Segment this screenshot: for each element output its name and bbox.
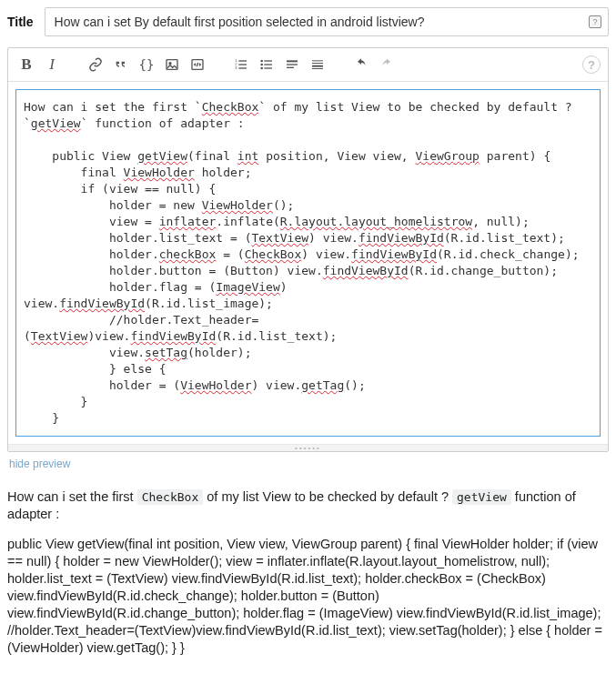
title-help-icon[interactable]: ? [589, 15, 601, 28]
link-button[interactable] [85, 54, 106, 75]
svg-point-11 [260, 67, 263, 70]
snippet-button[interactable] [187, 54, 208, 75]
svg-rect-3 [238, 60, 247, 61]
inline-code: CheckBox [137, 489, 204, 505]
help-icon[interactable]: ? [582, 55, 601, 74]
svg-rect-13 [264, 64, 272, 65]
italic-button[interactable]: I [41, 54, 63, 75]
svg-rect-19 [312, 63, 323, 64]
inline-code: getView [452, 489, 511, 505]
svg-point-1 [169, 63, 171, 65]
svg-rect-12 [264, 60, 272, 61]
olist-button[interactable]: 123 [230, 54, 252, 75]
title-label: Title [7, 15, 34, 29]
undo-button[interactable] [350, 54, 372, 75]
svg-rect-4 [238, 64, 247, 65]
svg-rect-21 [312, 68, 323, 69]
svg-rect-17 [287, 67, 294, 68]
hide-preview-link[interactable]: hide preview [7, 452, 609, 474]
hr-button[interactable] [307, 54, 328, 75]
svg-point-10 [260, 64, 263, 66]
svg-rect-15 [287, 60, 298, 62]
editor-container: B I {} 123 [7, 47, 609, 452]
title-input[interactable] [45, 7, 609, 36]
quote-button[interactable] [110, 54, 132, 75]
svg-rect-20 [312, 65, 323, 67]
preview-paragraph: How can i set the first CheckBox of my l… [7, 488, 609, 523]
svg-rect-18 [312, 60, 323, 61]
bold-button[interactable]: B [15, 54, 37, 75]
code-button[interactable]: {} [136, 54, 157, 75]
image-button[interactable] [161, 54, 183, 75]
ulist-button[interactable] [256, 54, 278, 75]
resize-grip[interactable]: •••••• [8, 444, 608, 451]
svg-rect-16 [287, 64, 298, 65]
editor-textarea[interactable]: How can i set the first `CheckBox` of my… [15, 89, 601, 437]
heading-button[interactable] [281, 54, 303, 75]
preview-codeblock: public View getView(final int position, … [7, 536, 609, 657]
svg-point-9 [260, 60, 263, 63]
preview-pane: How can i set the first CheckBox of my l… [7, 488, 609, 657]
redo-button[interactable] [376, 54, 398, 75]
svg-rect-14 [264, 67, 272, 68]
svg-text:3: 3 [235, 65, 237, 70]
svg-rect-5 [238, 67, 247, 68]
editor-toolbar: B I {} 123 [8, 48, 608, 82]
